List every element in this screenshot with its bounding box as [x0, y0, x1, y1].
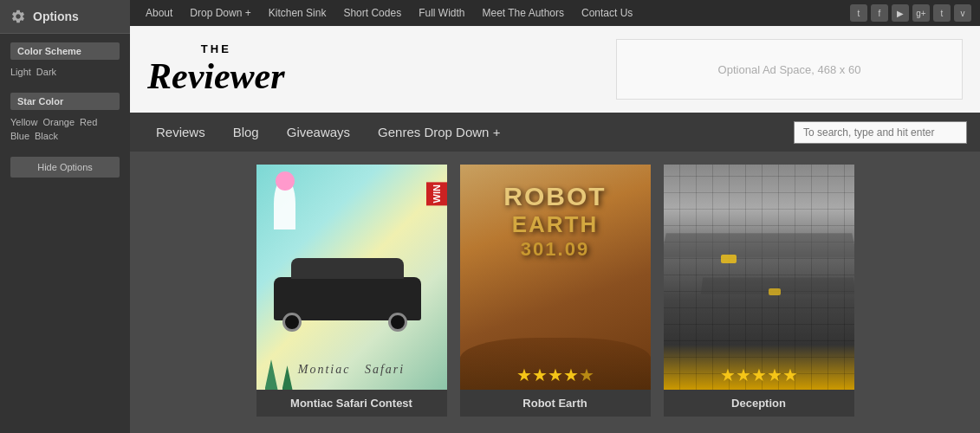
main-content: About Drop Down + Kitchen Sink Short Cod…	[130, 0, 980, 433]
sec-nav-reviews[interactable]: Reviews	[143, 113, 218, 152]
star-color-blue[interactable]: Blue	[10, 131, 29, 141]
star-color-options-2: Blue Black	[10, 129, 120, 143]
social-icons-group: t f ▶ g+ t v	[850, 4, 971, 22]
sec-nav-blog[interactable]: Blog	[220, 113, 272, 152]
color-scheme-dark[interactable]: Dark	[36, 67, 56, 77]
nav-full-width[interactable]: Full Width	[412, 0, 471, 26]
card1-wheels	[282, 313, 407, 332]
card-montiac[interactable]: WIN Montiac Safari	[256, 165, 447, 417]
nav-kitchen-sink[interactable]: Kitchen Sink	[262, 0, 334, 26]
nav-about[interactable]: About	[139, 0, 179, 26]
options-panel: Options Color Scheme Light Dark Star Col…	[0, 0, 130, 433]
card2-background: ROBOT EARTH 301.09 ★★★★★	[460, 165, 651, 390]
card3-background: ★★★★★	[664, 165, 854, 390]
robot-line2: EARTH	[503, 211, 606, 238]
nav-dropdown[interactable]: Drop Down +	[183, 0, 257, 26]
logo[interactable]: THE Reviewer	[147, 42, 285, 97]
nav-meet-authors[interactable]: Meet The Authors	[475, 0, 571, 26]
card1-background: WIN Montiac Safari	[256, 165, 447, 390]
social-google-icon[interactable]: g+	[912, 4, 930, 22]
color-scheme-options: Light Dark	[10, 65, 120, 79]
star-color-options: Yellow Orange Red	[10, 115, 120, 129]
logo-reviewer: Reviewer	[147, 55, 285, 97]
options-header: Options	[0, 0, 130, 34]
star-color-red[interactable]: Red	[80, 117, 97, 127]
logo-the: THE	[147, 42, 285, 55]
card-deception-title: Deception	[664, 390, 854, 417]
secondary-nav: Reviews Blog Giveaways Genres Drop Down …	[130, 113, 980, 152]
sec-nav-links: Reviews Blog Giveaways Genres Drop Down …	[143, 113, 513, 152]
card-deception-stars: ★★★★★	[664, 365, 854, 385]
wheel-rear	[388, 313, 407, 332]
options-title: Options	[33, 10, 79, 23]
wheel-front	[282, 313, 302, 332]
social-tumblr-icon[interactable]: t	[933, 4, 951, 22]
gear-icon	[10, 9, 26, 24]
nav-short-codes[interactable]: Short Codes	[336, 0, 408, 26]
card1-text: Montiac Safari	[256, 363, 447, 377]
robot-line1: ROBOT	[503, 182, 606, 211]
card-montiac-title: Montiac Safari Contest	[256, 390, 447, 417]
ad-space: Optional Ad Space, 468 x 60	[616, 39, 963, 100]
social-twitter-icon[interactable]: t	[850, 4, 867, 22]
card-deception-image: ★★★★★	[664, 165, 854, 390]
color-scheme-section: Color Scheme Light Dark	[0, 34, 130, 84]
social-facebook-icon[interactable]: f	[871, 4, 888, 22]
top-nav: About Drop Down + Kitchen Sink Short Cod…	[130, 0, 980, 26]
star-color-yellow[interactable]: Yellow	[10, 117, 37, 127]
card-robot-stars: ★★★★★	[460, 365, 651, 385]
sec-nav-genres[interactable]: Genres Drop Down +	[365, 113, 513, 152]
color-scheme-label: Color Scheme	[10, 42, 120, 60]
robot-line3: 301.09	[503, 238, 606, 261]
star-color-black[interactable]: Black	[35, 131, 58, 141]
social-vimeo-icon[interactable]: v	[954, 4, 971, 22]
star-color-section: Star Color Yellow Orange Red Blue Black	[0, 84, 130, 148]
hide-options-button[interactable]: Hide Options	[10, 157, 120, 178]
site-header: THE Reviewer Optional Ad Space, 468 x 60	[130, 26, 980, 113]
card-montiac-image: WIN Montiac Safari	[256, 165, 447, 390]
top-nav-links: About Drop Down + Kitchen Sink Short Cod…	[139, 0, 639, 26]
win-ribbon: WIN	[426, 182, 447, 205]
star-color-label: Star Color	[10, 93, 120, 110]
card-deception[interactable]: ★★★★★ Deception	[664, 165, 854, 417]
card-robot-image: ROBOT EARTH 301.09 ★★★★★	[460, 165, 651, 390]
search-input[interactable]	[794, 121, 967, 144]
color-scheme-light[interactable]: Light	[10, 67, 31, 77]
nav-contact-us[interactable]: Contact Us	[574, 0, 639, 26]
cards-area: WIN Montiac Safari	[130, 152, 980, 425]
social-youtube-icon[interactable]: ▶	[892, 4, 909, 22]
star-color-orange[interactable]: Orange	[42, 117, 75, 127]
card-robot-title: Robot Earth	[460, 390, 651, 417]
card-robot-earth[interactable]: ROBOT EARTH 301.09 ★★★★★ Robot Earth	[460, 165, 651, 417]
sec-nav-giveaways[interactable]: Giveaways	[274, 113, 363, 152]
